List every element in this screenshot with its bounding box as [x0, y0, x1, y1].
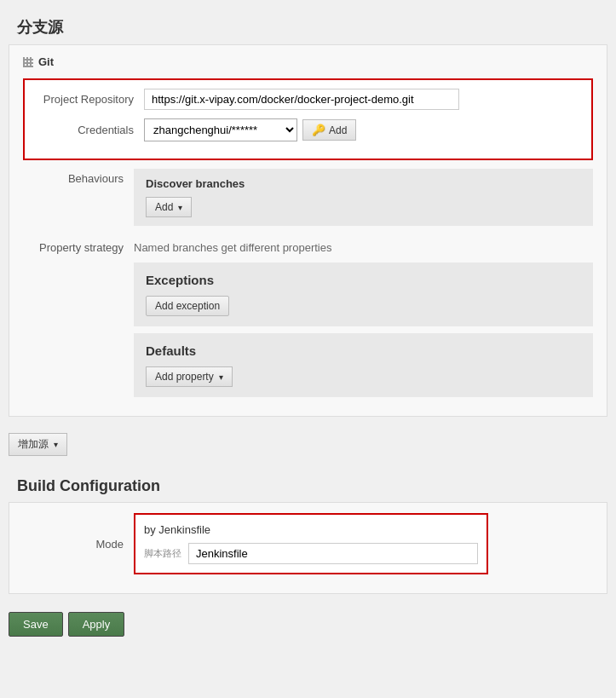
build-config-card: Mode by Jenkinsfile 脚本路径	[9, 502, 607, 594]
drag-handle-icon	[23, 57, 33, 67]
mode-value-row: by Jenkinsfile	[144, 523, 478, 536]
build-config-title: Build Configuration	[0, 469, 616, 502]
exceptions-section: Exceptions Add exception Defaults Add pr…	[134, 262, 593, 397]
mode-control: by Jenkinsfile 脚本路径	[134, 513, 593, 574]
credentials-label: Credentials	[33, 124, 144, 136]
exceptions-title: Exceptions	[146, 273, 581, 287]
mode-label: Mode	[23, 538, 134, 551]
add-exception-button[interactable]: Add exception	[146, 296, 229, 316]
git-label: Git	[38, 55, 54, 68]
git-config-highlight-box: Project Repository Credentials zhangchen…	[23, 78, 593, 160]
defaults-box: Defaults Add property ▾	[134, 333, 593, 397]
apply-button[interactable]: Apply	[68, 612, 125, 637]
save-button[interactable]: Save	[9, 612, 63, 637]
main-card: Git Project Repository Credentials zhang…	[9, 44, 607, 417]
discover-branches-box: Discover branches Add ▾	[134, 169, 593, 226]
add-behaviour-button[interactable]: Add ▾	[146, 197, 192, 217]
add-property-label: Add property	[155, 371, 214, 383]
apply-label: Apply	[83, 618, 111, 631]
exceptions-box: Exceptions Add exception	[134, 262, 593, 326]
project-repository-label: Project Repository	[33, 93, 144, 106]
chevron-down-icon-3: ▾	[54, 440, 58, 449]
credentials-control: zhangchenghui/****** 🔑 Add	[144, 118, 583, 141]
behaviours-label: Behaviours	[23, 169, 134, 185]
property-strategy-label: Property strategy	[23, 241, 134, 254]
add-credentials-button[interactable]: 🔑 Add	[302, 119, 356, 141]
action-buttons-area: Save Apply	[0, 607, 616, 642]
script-path-input[interactable]	[188, 543, 478, 564]
add-source-area: 增加源 ▾	[0, 430, 616, 464]
behaviours-row: Behaviours Discover branches Add ▾	[23, 169, 593, 233]
add-source-button[interactable]: 增加源 ▾	[9, 433, 67, 456]
credentials-row: Credentials zhangchenghui/****** 🔑 Add	[33, 118, 583, 141]
project-repository-row: Project Repository	[33, 89, 583, 110]
property-strategy-value: Named branches get different properties	[134, 241, 331, 254]
key-icon: 🔑	[312, 124, 325, 136]
build-config-section: Build Configuration Mode by Jenkinsfile …	[0, 469, 616, 594]
git-header: Git	[23, 55, 593, 68]
project-repository-control	[144, 89, 583, 110]
defaults-title: Defaults	[146, 343, 581, 358]
script-path-row: 脚本路径	[144, 543, 478, 564]
add-credentials-label: Add	[329, 124, 347, 136]
add-source-label: 增加源	[18, 437, 49, 452]
discover-branches-title: Discover branches	[146, 177, 581, 190]
credentials-select[interactable]: zhangchenghui/******	[144, 118, 297, 141]
mode-highlight-box: by Jenkinsfile 脚本路径	[134, 513, 488, 574]
property-strategy-row: Property strategy Named branches get dif…	[23, 241, 593, 254]
add-exception-label: Add exception	[155, 300, 220, 312]
page-title: 分支源	[0, 9, 616, 44]
chevron-down-icon-2: ▾	[219, 372, 223, 382]
add-behaviour-label: Add	[155, 201, 173, 213]
project-repository-input[interactable]	[144, 89, 459, 110]
chevron-down-icon: ▾	[178, 203, 182, 212]
page-wrapper: 分支源 Git Project Repository Credentials	[0, 0, 616, 698]
behaviours-content: Discover branches Add ▾	[134, 169, 593, 233]
add-property-button[interactable]: Add property ▾	[146, 366, 233, 387]
save-label: Save	[23, 618, 49, 631]
script-path-label: 脚本路径	[144, 547, 181, 560]
mode-value: by Jenkinsfile	[144, 523, 210, 536]
mode-row: Mode by Jenkinsfile 脚本路径	[23, 513, 593, 574]
